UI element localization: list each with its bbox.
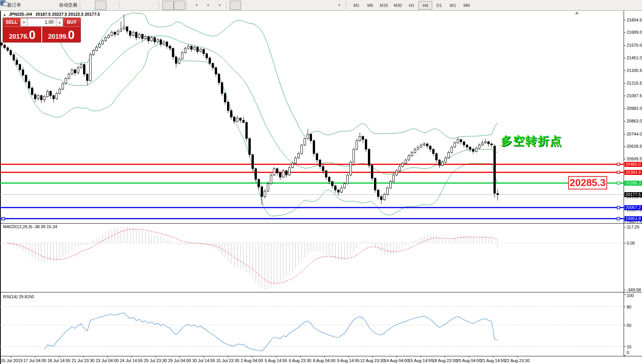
- price-level-badge: 19953.8: [624, 216, 642, 221]
- macd-tick-mark: [624, 290, 626, 290]
- macd-label: MACD(12,26,9) -38.39 15.34: [3, 224, 57, 229]
- macd-tick-mark: [624, 243, 626, 243]
- time-tick-mark: [83, 356, 83, 357]
- chart-canvas[interactable]: [0, 0, 642, 364]
- price-tick-mark: [624, 83, 626, 83]
- time-axis-label: 5 Aug 14:55: [265, 358, 288, 363]
- rsi-scale-label: 50: [627, 323, 631, 328]
- sell-button[interactable]: SELL: [3, 18, 20, 26]
- time-axis-label: 29 Jul 04:00: [168, 358, 191, 363]
- time-tick-mark: [35, 356, 35, 357]
- time-tick-mark: [252, 356, 252, 357]
- volume-up-button[interactable]: ▴: [56, 18, 63, 26]
- time-axis-label: 31 Jul 23:30: [216, 358, 239, 363]
- rsi-scale-label: 0: [627, 350, 629, 355]
- line-handle[interactable]: [617, 163, 620, 166]
- panel-separator[interactable]: [0, 292, 642, 292]
- price-tick-label: 21216.5: [627, 81, 642, 85]
- buy-price[interactable]: 20199. 0: [42, 27, 80, 42]
- price-level-badge: 20460.0: [624, 162, 642, 167]
- sell-price-main: 20176.: [9, 33, 29, 41]
- macd-scale-label: -349.58: [627, 287, 641, 292]
- rsi-line: [44, 313, 498, 351]
- macd-histogram: [8, 227, 498, 290]
- chart-title: ▲ JPN225-,H4 20187.5 20227.5 20122.5 201…: [3, 12, 100, 16]
- turning-point-annotation[interactable]: 多空转折点: [501, 133, 562, 149]
- line-handle[interactable]: [617, 171, 620, 174]
- price-tick-mark: [624, 32, 626, 33]
- time-tick-mark: [445, 356, 445, 357]
- time-tick-mark: [469, 356, 469, 357]
- price-tick-mark: [624, 70, 626, 71]
- price-tick-mark: [624, 45, 626, 46]
- buy-price-main: 20199.: [48, 33, 68, 41]
- volume-input[interactable]: [28, 18, 56, 26]
- time-tick-mark: [421, 356, 421, 357]
- time-tick-mark: [324, 356, 325, 357]
- price-callout-box[interactable]: 20285.3: [568, 176, 607, 189]
- time-axis-label: 24 Jul 14:55: [120, 358, 143, 363]
- time-axis-label: 21 Jul 23:30: [72, 358, 95, 363]
- time-axis-label: 14 Aug 04:00: [384, 358, 409, 363]
- time-axis-label: 15 Aug 14:55: [408, 358, 433, 363]
- line-handle[interactable]: [2, 217, 5, 220]
- time-tick-mark: [59, 356, 59, 357]
- price-tick-label: 21451.0: [627, 55, 642, 60]
- price-tick-mark: [624, 96, 626, 96]
- price-tick-label: 20982.0: [627, 106, 642, 111]
- price-tick-label: 21335.5: [627, 68, 642, 73]
- time-axis-label: 20 Aug 04:00: [457, 358, 482, 363]
- time-axis-label: 6 Aug 23:30: [289, 358, 312, 363]
- price-level-badge: 20057.2: [624, 205, 642, 210]
- time-tick-mark: [228, 356, 228, 357]
- rsi-tick-mark: [624, 294, 626, 295]
- price-tick-mark: [624, 108, 626, 109]
- price-tick-label: 20628.5: [627, 144, 642, 149]
- line-handle[interactable]: [617, 217, 620, 220]
- price-tick-mark: [624, 159, 626, 159]
- sell-price[interactable]: 20176. 0: [3, 27, 41, 42]
- chart-shift-marker-icon: [575, 11, 579, 14]
- time-tick-mark: [397, 356, 397, 357]
- time-axis-label: 8 Aug 04:00: [313, 358, 336, 363]
- time-tick-mark: [11, 356, 11, 357]
- volume-down-button[interactable]: ▾: [20, 18, 28, 26]
- price-tick-label: 20744.0: [627, 132, 642, 136]
- buy-price-big-digit: 0: [68, 29, 74, 41]
- rsi-label: RSI(14) 29.8150: [3, 294, 34, 299]
- price-level-badge: 20384.9: [624, 170, 642, 175]
- time-tick-mark: [180, 356, 180, 357]
- rsi-tick-mark: [624, 307, 626, 307]
- price-tick-label: 21804.5: [627, 18, 642, 22]
- price-tick-label: 21570.0: [627, 43, 642, 47]
- ohlc-values-label: 20187.5 20227.5 20122.5 20177.5: [36, 12, 100, 16]
- rsi-tick-mark: [624, 346, 626, 347]
- time-axis-label: 22 Aug 23:30: [505, 358, 530, 363]
- buy-button[interactable]: BUY: [63, 18, 80, 26]
- rsi-scale-label: 100: [627, 293, 634, 298]
- rsi-tick-mark: [624, 325, 626, 325]
- sell-price-big-digit: 0: [29, 29, 35, 41]
- time-axis-label: 12 Aug 23:30: [360, 358, 385, 363]
- line-handle[interactable]: [617, 206, 620, 209]
- time-axis-label: 9 Aug 14:55: [337, 358, 360, 363]
- price-tick-mark: [624, 134, 626, 134]
- price-tick-mark: [624, 121, 626, 121]
- time-axis-label: 23 Jul 04:00: [96, 358, 119, 363]
- rsi-tick-mark: [624, 356, 626, 356]
- time-tick-mark: [204, 356, 204, 357]
- time-tick-mark: [107, 356, 108, 357]
- time-axis-label: 18 Jul 14:55: [47, 358, 70, 363]
- panel-separator[interactable]: [0, 223, 642, 224]
- line-handle[interactable]: [617, 182, 620, 184]
- price-tick-label: 20509.5: [627, 157, 642, 161]
- bollinger-mid-band: [14, 36, 498, 175]
- price-tick-label: 21689.0: [627, 30, 642, 34]
- one-click-trading-panel: SELL ▾ ▴ BUY 20176. 0 20199. 0: [3, 18, 81, 42]
- time-axis-label: 15 Jul 2019: [1, 358, 23, 363]
- time-tick-mark: [372, 356, 373, 357]
- time-tick-mark: [131, 356, 132, 357]
- time-axis-label: 30 Jul 14:55: [192, 358, 215, 363]
- time-axis-label: 25 Jul 23:30: [144, 358, 167, 363]
- time-tick-mark: [517, 356, 518, 357]
